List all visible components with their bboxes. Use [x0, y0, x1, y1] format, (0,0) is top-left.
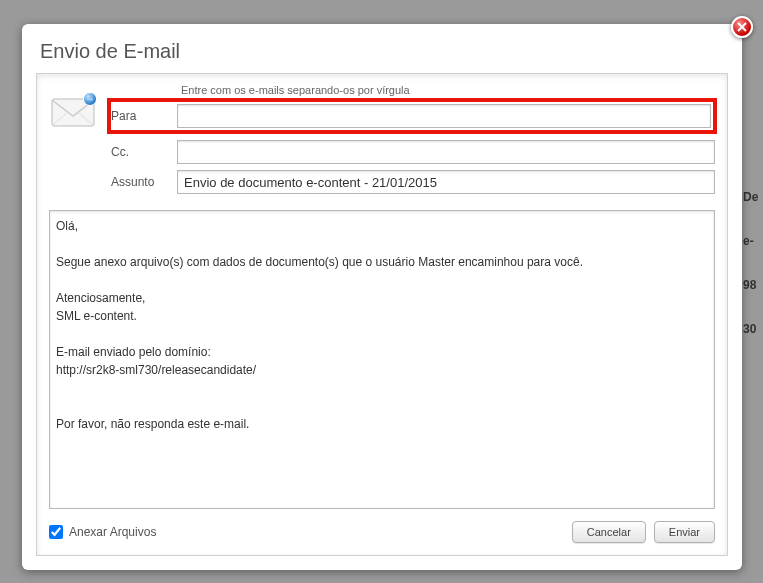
attach-checkbox-group[interactable]: Anexar Arquivos	[49, 525, 156, 539]
cc-label: Cc.	[111, 145, 177, 159]
modal-title: Envio de E-mail	[22, 24, 742, 73]
send-button[interactable]: Enviar	[654, 521, 715, 543]
assunto-row: Assunto	[111, 170, 715, 194]
email-header: → Entre com os e-mails separando-os por …	[49, 84, 715, 200]
form-fields: Entre com os e-mails separando-os por ví…	[105, 84, 715, 200]
para-label: Para	[111, 109, 177, 123]
background-panel: De e- 98 30	[743, 190, 763, 366]
cc-row: Cc.	[111, 140, 715, 164]
hint-text: Entre com os e-mails separando-os por ví…	[111, 84, 715, 96]
modal-footer: Anexar Arquivos Cancelar Enviar	[49, 509, 715, 545]
modal-body: → Entre com os e-mails separando-os por …	[36, 73, 728, 556]
close-icon	[737, 22, 747, 32]
email-modal: Envio de E-mail → Entre com os e-mails s…	[22, 24, 742, 570]
attach-checkbox[interactable]	[49, 525, 63, 539]
cancel-button[interactable]: Cancelar	[572, 521, 646, 543]
para-input[interactable]	[177, 104, 711, 128]
cc-input[interactable]	[177, 140, 715, 164]
assunto-label: Assunto	[111, 175, 177, 189]
arrow-icon: →	[83, 92, 97, 106]
para-row: Para	[107, 98, 717, 134]
button-group: Cancelar Enviar	[572, 521, 715, 543]
assunto-input[interactable]	[177, 170, 715, 194]
attach-label: Anexar Arquivos	[69, 525, 156, 539]
close-button[interactable]	[731, 16, 753, 38]
body-textarea[interactable]	[49, 210, 715, 509]
envelope-icon: →	[51, 96, 95, 128]
